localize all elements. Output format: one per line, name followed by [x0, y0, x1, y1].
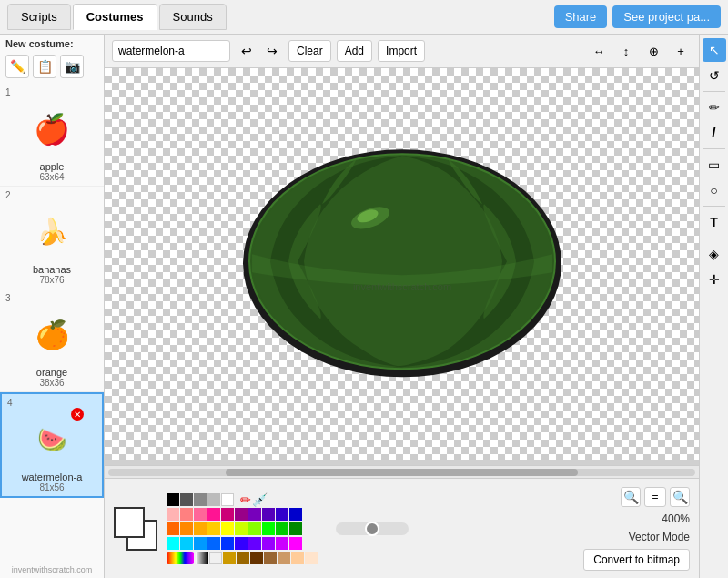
banana-icon: 🍌: [36, 219, 68, 245]
watermelon-small-icon: 🍉: [37, 428, 66, 451]
costume-num-2: 2: [5, 190, 98, 200]
ellipse-tool-button[interactable]: ○: [703, 178, 726, 202]
move-tool-button[interactable]: ✛: [703, 268, 726, 291]
see-project-button[interactable]: See project pa...: [612, 5, 721, 28]
costume-item-orange[interactable]: 3 🍊 orange 38x36: [0, 289, 104, 392]
zoom-level-text: 400%: [662, 512, 690, 525]
canvas-area: inventwithscratch.com: [105, 68, 699, 478]
tab-scripts[interactable]: Scripts: [7, 4, 71, 30]
flip-vert-icon[interactable]: ↕: [615, 40, 637, 62]
redo-button[interactable]: ↪: [261, 40, 283, 62]
watermelon-canvas: inventwithscratch.com: [229, 131, 575, 389]
zoom-slider[interactable]: [336, 522, 409, 535]
color-white[interactable]: [221, 493, 234, 506]
stamp-costume-icon[interactable]: 📋: [33, 55, 56, 78]
undo-button[interactable]: ↩: [236, 40, 258, 62]
add-button[interactable]: Add: [337, 40, 372, 62]
color-darkgray[interactable]: [180, 493, 193, 506]
import-button[interactable]: Import: [378, 40, 425, 62]
color-lightgray[interactable]: [207, 493, 220, 506]
grayscale-gradient[interactable]: [196, 552, 208, 564]
zoom-in-button[interactable]: 🔍: [670, 487, 690, 507]
rect-tool-button[interactable]: ▭: [703, 153, 726, 177]
zoom-out-button[interactable]: 🔍: [621, 487, 641, 507]
right-info: 🔍 = 🔍 400% Vector Mode Convert to bitmap: [583, 487, 690, 571]
left-panel-credit: inventwithscratch.com: [0, 562, 104, 578]
orange-icon: 🍊: [35, 321, 69, 349]
costume-list: 1 🍎 apple 63x64 2 🍌 bananas 78x76 3: [0, 84, 104, 562]
line-tool-button[interactable]: /: [703, 121, 726, 145]
costume-item-watermelon[interactable]: 4 ✕ 🍉 watermelon-a 81x56: [0, 392, 104, 498]
pencil-tool-button[interactable]: ✏: [703, 96, 726, 119]
stroke-fill-area: [114, 507, 157, 551]
zoom-reset-button[interactable]: =: [644, 487, 666, 507]
delete-costume-badge[interactable]: ✕: [71, 408, 84, 421]
fill-color-box[interactable]: [114, 507, 145, 538]
convert-bitmap-button[interactable]: Convert to bitmap: [583, 549, 690, 571]
mode-text: Vector Mode: [629, 531, 690, 543]
transparent-color[interactable]: [209, 552, 222, 564]
clear-button[interactable]: Clear: [288, 40, 331, 62]
costume-name-watermelon: watermelon-a: [7, 472, 96, 482]
color-gray[interactable]: [194, 493, 207, 506]
costume-num-1: 1: [5, 87, 98, 97]
costume-size-bananas: 78x76: [5, 275, 98, 285]
rainbow-gradient[interactable]: [167, 552, 194, 564]
reshape-tool-button[interactable]: ↺: [703, 64, 726, 87]
pencil-tool-red[interactable]: ✏: [239, 493, 252, 506]
eyedropper-tool[interactable]: 💉: [253, 493, 266, 506]
costume-size-apple: 63x64: [5, 172, 98, 182]
color-grid-container: ✏ 💉: [167, 493, 318, 564]
color-palette-panel: ✏ 💉: [105, 478, 699, 578]
costume-name-orange: orange: [5, 367, 98, 378]
costume-name-bananas: bananas: [5, 264, 98, 275]
flip-horiz-icon[interactable]: ↔: [588, 40, 610, 62]
svg-text:inventwithscratch.com: inventwithscratch.com: [352, 281, 450, 292]
apple-icon: 🍎: [34, 115, 70, 144]
costume-size-watermelon: 81x56: [7, 482, 96, 492]
expand-icon[interactable]: +: [670, 40, 692, 62]
tab-sounds[interactable]: Sounds: [159, 4, 227, 30]
color-black[interactable]: [167, 493, 179, 506]
costume-name-input[interactable]: [112, 40, 230, 62]
costume-num-4: 4: [7, 398, 96, 408]
share-button[interactable]: Share: [554, 5, 608, 28]
center-icon[interactable]: ⊕: [642, 40, 664, 62]
tab-costumes[interactable]: Costumes: [73, 4, 157, 30]
fill-tool-button[interactable]: ◈: [703, 242, 726, 266]
costume-num-3: 3: [5, 293, 98, 303]
select-tool-button[interactable]: ↖: [703, 38, 726, 62]
color-box-pair: [114, 507, 157, 551]
costume-name-apple: apple: [5, 161, 98, 172]
text-tool-button[interactable]: T: [703, 210, 726, 234]
costume-item-bananas[interactable]: 2 🍌 bananas 78x76: [0, 187, 104, 289]
right-tools-panel: ↖ ↺ ✏ / ▭ ○ T ◈ ✛: [699, 35, 728, 578]
costume-size-orange: 38x36: [5, 378, 98, 388]
costume-item-apple[interactable]: 1 🍎 apple 63x64: [0, 84, 104, 187]
new-costume-label: New costume:: [0, 35, 104, 53]
draw-costume-icon[interactable]: ✏️: [5, 55, 29, 78]
upload-costume-icon[interactable]: 📷: [60, 55, 84, 78]
